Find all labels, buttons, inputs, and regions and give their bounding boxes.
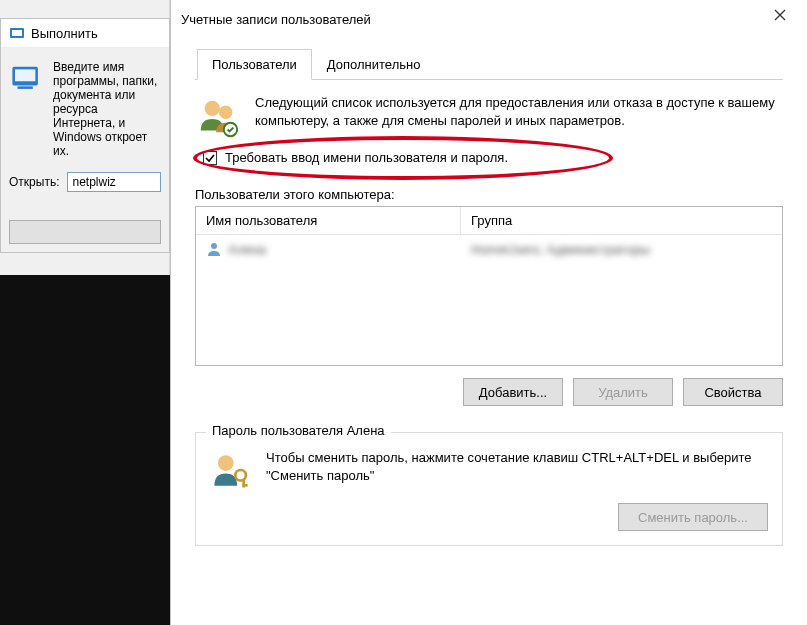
require-login-label: Требовать ввод имени пользователя и паро…	[225, 150, 508, 165]
run-dialog: Выполнить Введите имя программы, папки, …	[0, 18, 170, 253]
svg-rect-1	[12, 30, 22, 36]
column-username[interactable]: Имя пользователя	[196, 207, 461, 234]
svg-rect-4	[18, 86, 33, 89]
user-accounts-title: Учетные записи пользователей	[181, 12, 371, 27]
users-icon	[195, 94, 241, 140]
key-user-icon	[210, 449, 252, 491]
table-row[interactable]: Алена HomeUsers; Администраторы	[196, 235, 782, 263]
column-group[interactable]: Группа	[461, 207, 782, 234]
run-dialog-titlebar: Выполнить	[1, 19, 169, 48]
users-list-header: Имя пользователя Группа	[196, 207, 782, 235]
info-text: Следующий список используется для предос…	[255, 94, 783, 140]
user-icon	[206, 241, 222, 257]
password-text: Чтобы сменить пароль, нажмите сочетание …	[266, 449, 768, 485]
run-description: Введите имя программы, папки, документа …	[53, 60, 161, 158]
run-open-input[interactable]	[67, 172, 161, 192]
users-list[interactable]: Имя пользователя Группа Алена HomeUsers;…	[195, 206, 783, 366]
tab-advanced[interactable]: Дополнительно	[312, 49, 436, 80]
user-accounts-dialog: Учетные записи пользователей Пользовател…	[170, 0, 807, 625]
tab-users[interactable]: Пользователи	[197, 49, 312, 80]
run-dialog-title: Выполнить	[31, 26, 98, 41]
user-accounts-titlebar: Учетные записи пользователей	[171, 0, 807, 38]
svg-point-11	[218, 455, 234, 471]
svg-rect-3	[15, 69, 35, 81]
background-panel-dark	[0, 275, 170, 625]
require-login-checkbox[interactable]	[203, 151, 217, 165]
run-program-icon	[9, 60, 43, 94]
properties-button[interactable]: Свойства	[683, 378, 783, 406]
users-buttons: Добавить... Удалить Свойства	[195, 378, 783, 406]
run-open-label: Открыть:	[9, 175, 59, 189]
cell-username: Алена	[228, 242, 266, 257]
svg-point-10	[211, 243, 217, 249]
svg-point-7	[205, 101, 220, 116]
users-list-label: Пользователи этого компьютера:	[195, 187, 783, 202]
run-ok-button[interactable]	[9, 220, 161, 244]
change-password-button[interactable]: Сменить пароль...	[618, 503, 768, 531]
svg-rect-14	[242, 484, 247, 487]
password-groupbox: Пароль пользователя Алена Чтобы сменить …	[195, 432, 783, 546]
close-button[interactable]	[757, 0, 803, 30]
tabs: Пользователи Дополнительно	[195, 48, 783, 80]
password-groupbox-title: Пароль пользователя Алена	[206, 423, 391, 438]
checkmark-icon	[205, 153, 215, 163]
remove-button[interactable]: Удалить	[573, 378, 673, 406]
require-login-row[interactable]: Требовать ввод имени пользователя и паро…	[203, 150, 783, 165]
add-button[interactable]: Добавить...	[463, 378, 563, 406]
run-icon-small	[9, 25, 25, 41]
svg-point-8	[219, 106, 232, 119]
cell-group: HomeUsers; Администраторы	[471, 242, 650, 257]
close-icon	[774, 9, 786, 21]
